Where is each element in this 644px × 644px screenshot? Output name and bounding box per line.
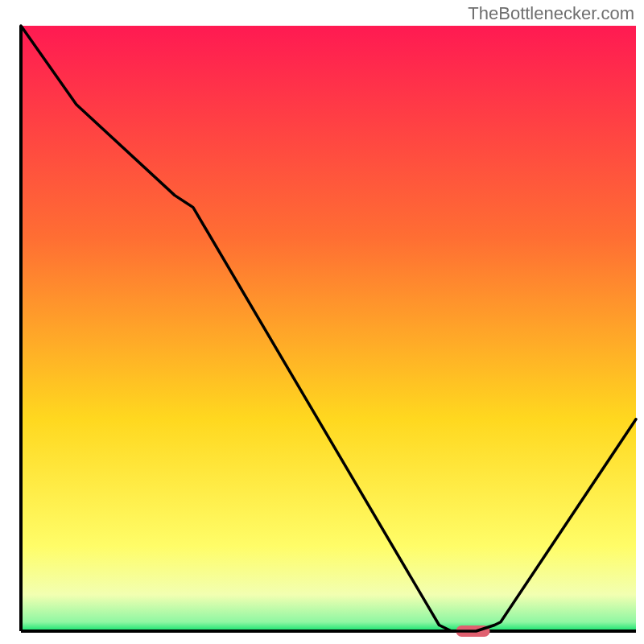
plot-area bbox=[21, 26, 636, 637]
chart-canvas: TheBottlenecker.com bbox=[0, 0, 644, 644]
chart-svg bbox=[0, 0, 644, 644]
gradient-background bbox=[21, 26, 636, 631]
watermark-text: TheBottlenecker.com bbox=[468, 3, 634, 24]
